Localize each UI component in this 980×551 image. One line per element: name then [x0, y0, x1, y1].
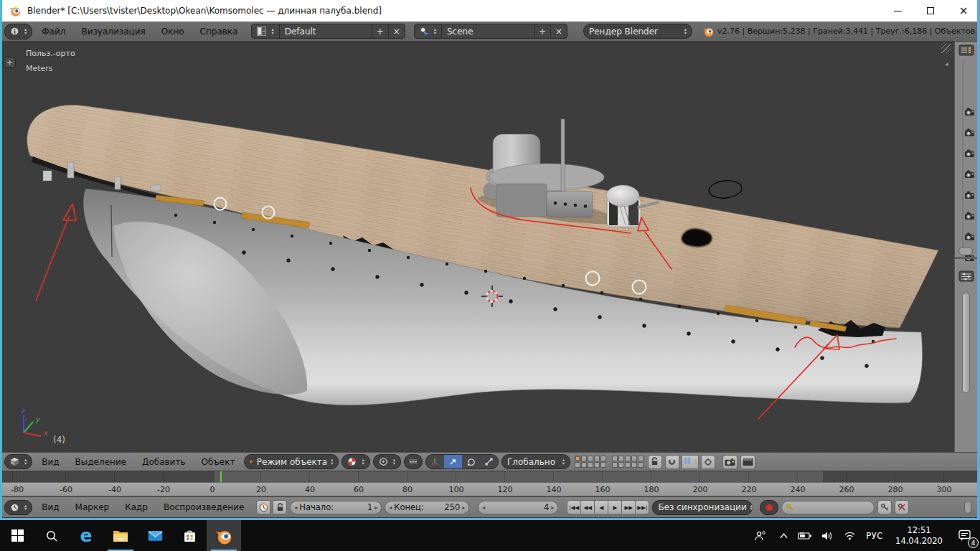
menu-window[interactable]: Окно: [155, 27, 191, 37]
viewport-3d[interactable]: z y x Польз.-орто Meters (4) + ◂: [0, 42, 980, 452]
rotate-manipulator-button[interactable]: [462, 455, 480, 468]
timeline-playhead[interactable]: [220, 471, 222, 482]
restrict-render-icon[interactable]: [965, 212, 974, 220]
layer-cell[interactable]: [600, 462, 606, 468]
network-button[interactable]: [838, 520, 861, 551]
delete-layout-button[interactable]: ×: [388, 24, 405, 39]
delete-keyframe-button[interactable]: [895, 500, 909, 514]
menu-view[interactable]: Вид: [35, 457, 65, 467]
header-scroll-pill[interactable]: [964, 501, 971, 514]
search-button[interactable]: [34, 520, 69, 551]
scale-manipulator-button[interactable]: [480, 455, 498, 468]
maximize-button[interactable]: [914, 0, 947, 22]
snap-toggle-button[interactable]: [665, 455, 679, 469]
taskbar-store[interactable]: [172, 520, 207, 551]
menu-render[interactable]: Визуализация: [75, 27, 151, 37]
decrement-icon[interactable]: ◂: [482, 504, 485, 511]
translate-manipulator-button[interactable]: [444, 455, 462, 468]
viewport-shading-select[interactable]: ▴▾: [341, 454, 369, 469]
transform-orientation-select[interactable]: Глобально ▴▾: [501, 454, 570, 469]
insert-keyframe-button[interactable]: [877, 500, 892, 514]
opengl-render-anim-button[interactable]: [740, 455, 755, 469]
menu-tl-frame[interactable]: Кадр: [118, 502, 154, 512]
editor-type-button-3dview[interactable]: ▴▾: [4, 454, 32, 469]
properties-scrollbar[interactable]: [962, 293, 970, 393]
prev-keyframe-button[interactable]: ◀◀: [580, 500, 595, 514]
layout-browse-button[interactable]: ▴▾: [251, 24, 279, 39]
taskbar-explorer[interactable]: [103, 520, 138, 551]
restrict-render-icon[interactable]: [965, 129, 974, 137]
resize-grip[interactable]: [941, 44, 951, 53]
layer-cell[interactable]: [575, 462, 580, 468]
snap-element-select[interactable]: ▴▾: [682, 455, 699, 469]
next-keyframe-button[interactable]: ▶▶: [621, 500, 636, 514]
manipulate-center-toggle[interactable]: [404, 454, 423, 469]
layer-cell[interactable]: [581, 462, 587, 468]
clock[interactable]: 12:51 14.04.2020: [888, 520, 950, 551]
add-scene-button[interactable]: +: [534, 24, 551, 39]
layer-cell[interactable]: [600, 456, 606, 461]
opengl-render-button[interactable]: [722, 455, 738, 469]
start-frame-field[interactable]: ◂ Начало: 1 ▸: [290, 501, 382, 514]
timeline-canvas[interactable]: [0, 471, 980, 482]
restrict-render-icon[interactable]: [965, 171, 974, 179]
scene-browse-button[interactable]: ▴▾: [414, 24, 442, 39]
play-reverse-button[interactable]: ◀: [594, 500, 608, 514]
collapse-toggle[interactable]: [958, 247, 973, 255]
scene-lock-button[interactable]: [648, 455, 662, 469]
tray-expand-button[interactable]: [773, 520, 793, 551]
decrement-icon[interactable]: ◂: [389, 504, 392, 511]
jump-start-button[interactable]: |◀◀: [567, 500, 581, 514]
layer-cell[interactable]: [618, 462, 624, 468]
layer-cell[interactable]: [625, 462, 631, 468]
close-button[interactable]: ×: [947, 0, 980, 22]
play-button[interactable]: ▶: [608, 500, 622, 514]
increment-icon[interactable]: ▸: [374, 504, 377, 511]
current-frame-field[interactable]: ◂ 4 ▸: [478, 501, 558, 514]
manipulator-toggle[interactable]: [426, 455, 444, 468]
layer-cell[interactable]: [594, 456, 600, 461]
layer-cell[interactable]: [588, 456, 593, 461]
language-indicator[interactable]: РУС: [861, 520, 888, 551]
taskbar-mail[interactable]: [138, 520, 172, 551]
layer-cell[interactable]: [631, 456, 637, 461]
restrict-render-icon[interactable]: [965, 233, 974, 241]
battery-button[interactable]: [793, 520, 816, 551]
timeline-ruler[interactable]: -80 -60 -40 -20 0 20 40 60 80 100 120 14…: [0, 482, 980, 496]
menu-add[interactable]: Добавить: [136, 457, 192, 467]
layer-cell[interactable]: [612, 456, 618, 461]
menu-select[interactable]: Выделение: [69, 457, 133, 467]
menu-tl-view[interactable]: Вид: [35, 502, 65, 512]
jump-end-button[interactable]: ▶▶|: [635, 500, 649, 514]
outliner-header-icon[interactable]: [959, 45, 974, 55]
snap-target-button[interactable]: [701, 455, 715, 469]
restrict-render-icon[interactable]: [965, 192, 974, 199]
notification-button[interactable]: 4: [950, 520, 980, 551]
editor-type-button-timeline[interactable]: ▴▾: [4, 500, 32, 515]
minimize-button[interactable]: [881, 0, 914, 22]
preview-range-button[interactable]: [256, 500, 270, 514]
menu-tl-playback[interactable]: Воспроизведение: [157, 502, 250, 512]
layer-cell[interactable]: [588, 462, 593, 468]
region-divider[interactable]: [955, 257, 978, 259]
pivot-point-select[interactable]: ▴▾: [373, 454, 401, 469]
layer-cell[interactable]: [594, 462, 600, 468]
editor-type-button-info[interactable]: ▴▾: [4, 24, 32, 39]
taskbar-edge[interactable]: e: [69, 520, 103, 551]
decrement-icon[interactable]: ◂: [294, 504, 297, 511]
restrict-render-icon[interactable]: [965, 150, 974, 158]
layer-cell[interactable]: [631, 462, 637, 468]
render-engine-select[interactable]: Рендер Blender ▴▾: [583, 24, 692, 39]
menu-object[interactable]: Объект: [194, 457, 241, 467]
layer-cell[interactable]: [638, 456, 644, 461]
layer-cell[interactable]: [581, 456, 587, 461]
expand-toolshelf-button[interactable]: +: [4, 57, 16, 68]
layer-cell[interactable]: [618, 456, 624, 461]
layer-cell[interactable]: [625, 456, 631, 461]
end-frame-field[interactable]: ◂ Конец: 250 ▸: [385, 501, 469, 514]
layer-cell[interactable]: [612, 462, 618, 468]
menu-file[interactable]: Файл: [35, 27, 72, 37]
sync-mode-select[interactable]: Без синхронизации ▴▾: [652, 500, 753, 515]
layout-name-field[interactable]: Default: [279, 24, 372, 39]
mode-select[interactable]: Режим объекта ▴▾: [244, 454, 339, 469]
